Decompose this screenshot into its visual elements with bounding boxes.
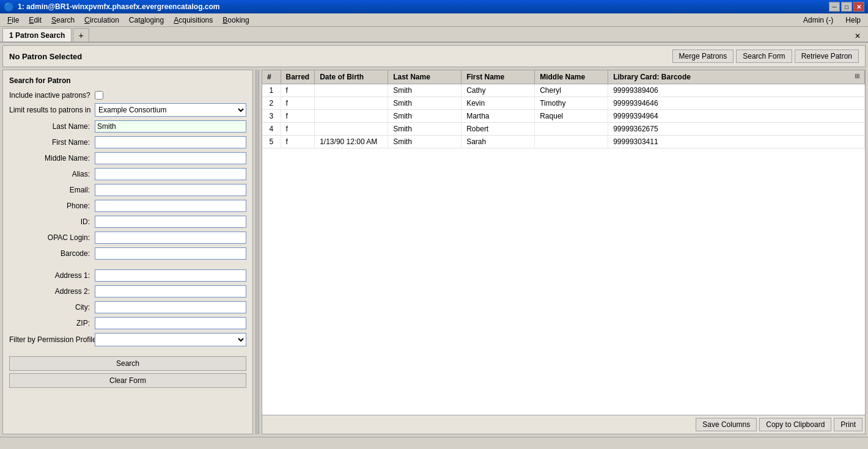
zip-label: ZIP: xyxy=(9,319,95,327)
address2-input[interactable] xyxy=(95,285,246,298)
col-header-firstname[interactable]: First Name xyxy=(462,70,535,84)
limit-results-label: Limit results to patrons in xyxy=(9,106,95,114)
print-button[interactable]: Print xyxy=(834,418,862,431)
menu-search[interactable]: Search xyxy=(46,15,79,26)
table-cell-firstname: Robert xyxy=(462,123,535,136)
results-scroll[interactable]: # Barred Date of Birth Last Name First N… xyxy=(262,70,865,415)
last-name-input[interactable] xyxy=(95,120,246,133)
phone-label: Phone: xyxy=(9,202,95,210)
menu-acquisitions[interactable]: Acquisitions xyxy=(169,15,218,26)
table-cell-barcode: 99999362675 xyxy=(608,123,865,136)
menu-admin[interactable]: Admin (-) xyxy=(798,15,838,26)
col-header-barcode[interactable]: Library Card: Barcode ⊞ xyxy=(608,70,865,84)
clear-form-button[interactable]: Clear Form xyxy=(9,373,246,388)
minimize-button[interactable]: ─ xyxy=(829,2,840,12)
table-cell-barcode: 99999394646 xyxy=(608,97,865,110)
city-label: City: xyxy=(9,303,95,312)
email-input[interactable] xyxy=(95,184,246,196)
table-cell-middlename: Cheryl xyxy=(535,84,608,97)
window-controls[interactable]: ─ □ ✕ xyxy=(829,2,864,12)
table-row[interactable]: 2fSmithKevinTimothy99999394646 xyxy=(262,97,865,110)
limit-results-select[interactable]: Example Consortium xyxy=(95,103,246,117)
col-header-middlename[interactable]: Middle Name xyxy=(535,70,608,84)
include-inactive-label: Include inactive patrons? xyxy=(9,91,95,100)
last-name-row: Last Name: xyxy=(9,120,246,133)
table-cell-barcode: 99999394964 xyxy=(608,110,865,123)
phone-input[interactable] xyxy=(95,200,246,212)
menu-booking[interactable]: Booking xyxy=(218,15,254,26)
opac-login-row: OPAC Login: xyxy=(9,232,246,244)
table-cell-num: 1 xyxy=(262,84,281,97)
filter-profile-row: Filter by Permission Profile: xyxy=(9,333,246,346)
filter-profile-select[interactable] xyxy=(95,333,246,346)
body-panel: Search for Patron Include inactive patro… xyxy=(2,70,866,434)
menubar: File Edit Search Circulation Cataloging … xyxy=(0,13,868,27)
retrieve-patron-button[interactable]: Retrieve Patron xyxy=(795,49,859,63)
table-cell-dob xyxy=(315,123,388,136)
save-columns-button[interactable]: Save Columns xyxy=(696,418,757,431)
id-row: ID: xyxy=(9,216,246,228)
tab-add-button[interactable]: + xyxy=(73,28,89,42)
table-cell-barred: f xyxy=(281,97,315,110)
table-row[interactable]: 5f1/13/90 12:00 AMSmithSarah99999303411 xyxy=(262,136,865,148)
alias-label: Alias: xyxy=(9,170,95,178)
search-form-button[interactable]: Search Form xyxy=(736,49,792,63)
middle-name-input[interactable] xyxy=(95,152,246,164)
col-header-lastname[interactable]: Last Name xyxy=(388,70,462,84)
col-header-barred[interactable]: Barred xyxy=(281,70,315,84)
table-row[interactable]: 3fSmithMarthaRaquel99999394964 xyxy=(262,110,865,123)
opac-login-input[interactable] xyxy=(95,232,246,244)
status-bar xyxy=(0,437,868,449)
menu-file[interactable]: File xyxy=(2,15,24,26)
result-buttons: Save Columns Copy to Clipboard Print xyxy=(262,415,865,434)
main-content: No Patron Selected Merge Patrons Search … xyxy=(0,43,868,437)
table-row[interactable]: 4fSmithRobert99999362675 xyxy=(262,123,865,136)
resize-handle[interactable] xyxy=(256,70,259,434)
menu-help[interactable]: Help xyxy=(840,15,866,26)
table-cell-lastname: Smith xyxy=(388,110,462,123)
city-input[interactable] xyxy=(95,301,246,313)
table-cell-barred: f xyxy=(281,123,315,136)
address2-row: Address 2: xyxy=(9,285,246,298)
address1-input[interactable] xyxy=(95,269,246,282)
maximize-button[interactable]: □ xyxy=(841,2,852,12)
close-button[interactable]: ✕ xyxy=(853,2,864,12)
alias-input[interactable] xyxy=(95,168,246,180)
menu-circulation[interactable]: Circulation xyxy=(79,15,124,26)
col-header-dob[interactable]: Date of Birth xyxy=(315,70,388,84)
city-row: City: xyxy=(9,301,246,313)
merge-patrons-button[interactable]: Merge Patrons xyxy=(672,49,734,63)
include-inactive-checkbox[interactable] xyxy=(95,91,103,100)
copy-clipboard-button[interactable]: Copy to Clipboard xyxy=(759,418,831,431)
table-cell-firstname: Cathy xyxy=(462,84,535,97)
table-cell-barred: f xyxy=(281,110,315,123)
titlebar: 🔵 1: admin@BR1-winxpvmfx.phasefx.evergre… xyxy=(0,0,868,13)
table-cell-num: 5 xyxy=(262,136,281,148)
table-cell-dob xyxy=(315,84,388,97)
first-name-input[interactable] xyxy=(95,136,246,148)
email-row: Email: xyxy=(9,184,246,196)
table-cell-barred: f xyxy=(281,136,315,148)
tab-close-button[interactable]: ✕ xyxy=(850,31,866,42)
alias-row: Alias: xyxy=(9,168,246,180)
search-panel-title: Search for Patron xyxy=(9,76,246,85)
col-header-num[interactable]: # xyxy=(262,70,281,84)
table-cell-barcode: 99999389406 xyxy=(608,84,865,97)
action-buttons: Merge Patrons Search Form Retrieve Patro… xyxy=(672,49,859,63)
table-cell-middlename xyxy=(535,136,608,148)
table-cell-dob: 1/13/90 12:00 AM xyxy=(315,136,388,148)
last-name-label: Last Name: xyxy=(9,122,95,131)
id-label: ID: xyxy=(9,217,95,226)
tab-patron-search[interactable]: 1 Patron Search xyxy=(2,28,72,42)
zip-input[interactable] xyxy=(95,317,246,329)
table-row[interactable]: 1fSmithCathyCheryl99999389406 xyxy=(262,84,865,97)
id-input[interactable] xyxy=(95,216,246,228)
barcode-row: Barcode: xyxy=(9,247,246,260)
table-cell-firstname: Martha xyxy=(462,110,535,123)
menu-cataloging[interactable]: Cataloging xyxy=(124,15,169,26)
barcode-input[interactable] xyxy=(95,247,246,260)
search-button[interactable]: Search xyxy=(9,356,246,371)
table-cell-num: 4 xyxy=(262,123,281,136)
phone-row: Phone: xyxy=(9,200,246,212)
menu-edit[interactable]: Edit xyxy=(24,15,46,26)
